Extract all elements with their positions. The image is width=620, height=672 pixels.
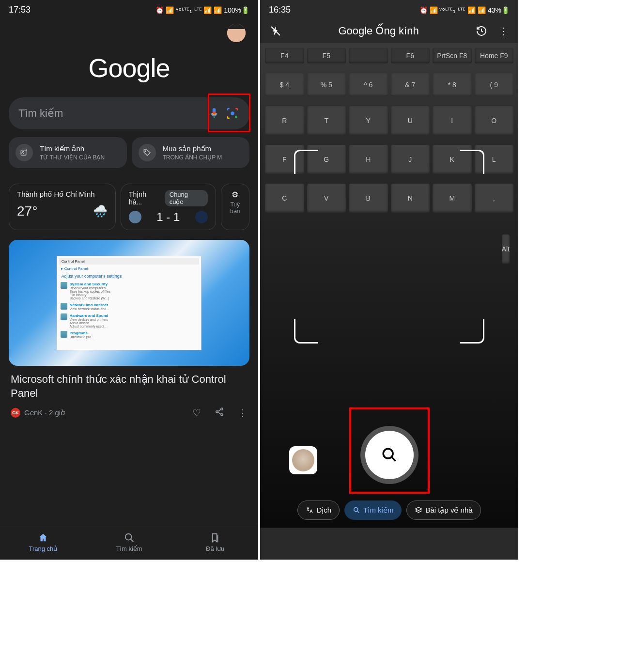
- news-card[interactable]: Control Panel ▸ Control Panel Adjust you…: [9, 240, 249, 421]
- search-bar[interactable]: Tìm kiếm: [9, 97, 249, 129]
- status-bar: 16:35 ⏰ 📶 ᵛᵒᴸᵀᴱ₁ ᴸᵀᴱ 📶 📶 43%🔋: [260, 0, 518, 19]
- viewfinder-corner: [294, 319, 318, 344]
- search-icon: [353, 506, 360, 514]
- bookmark-icon: [210, 532, 220, 543]
- viewfinder-corner: [460, 150, 484, 174]
- weather-card[interactable]: Thành phố Hồ Chí Minh 27° 🌧️: [9, 184, 116, 230]
- tag-icon: [139, 144, 156, 161]
- mode-homework[interactable]: Bài tập về nhà: [406, 500, 480, 520]
- sports-card[interactable]: Thịnh hà... Chung cuộc 1 - 1: [121, 184, 216, 230]
- profile-avatar[interactable]: [226, 23, 247, 43]
- keyboard-zxcv-row: CVBNM,: [260, 179, 518, 218]
- news-meta: GenK · 2 giờ: [24, 408, 188, 417]
- status-time: 16:35: [269, 5, 291, 15]
- lens-title: Google Google Ống kínhỐng kính: [338, 25, 418, 37]
- search-icon: [124, 532, 135, 543]
- svg-point-10: [354, 508, 358, 512]
- customize-card[interactable]: ⚙ Tuỳ bạn: [221, 184, 249, 230]
- google-logo: Google: [88, 53, 170, 82]
- gear-icon: ⚙: [229, 190, 241, 199]
- keyboard-num-row: $ 4% 5^ 6& 7* 8( 9: [260, 68, 518, 101]
- nav-home[interactable]: Trang chủ: [0, 525, 86, 560]
- share-icon[interactable]: [215, 407, 224, 419]
- more-icon[interactable]: ⋮: [238, 407, 248, 419]
- search-placeholder: Tìm kiếm: [18, 107, 203, 120]
- status-indicators: ⏰ 📶 ᵛᵒᴸᵀᴱ₁ ᴸᵀᴱ 📶 📶 43%🔋: [419, 6, 510, 14]
- team-badge-right: [195, 211, 208, 223]
- weather-city: Thành phố Hồ Chí Minh: [17, 190, 108, 199]
- sport-score: 1 - 1: [156, 210, 180, 224]
- quick-shop-products[interactable]: Mua sản phẩm TRONG ẢNH CHỤP M: [132, 137, 250, 168]
- mode-search[interactable]: Tìm kiếm: [344, 500, 402, 520]
- weather-rain-icon: 🌧️: [93, 204, 108, 218]
- flash-off-icon[interactable]: [270, 25, 281, 37]
- nav-search[interactable]: Tìm kiếm: [86, 525, 172, 560]
- google-lens-icon[interactable]: [225, 106, 240, 121]
- history-icon[interactable]: [476, 25, 487, 37]
- sport-label: Thịnh hà...: [129, 190, 161, 206]
- quick-search-images[interactable]: Tìm kiếm ảnh TỪ THƯ VIỆN CỦA BẠN: [9, 137, 127, 168]
- camera-viewfinder: F4F5F6PrtScn F8Home F9 $ 4% 5^ 6& 7* 8( …: [260, 43, 518, 528]
- home-icon: [38, 532, 48, 543]
- more-icon[interactable]: ⋮: [499, 25, 509, 37]
- news-image: Control Panel ▸ Control Panel Adjust you…: [9, 240, 249, 366]
- svg-point-0: [235, 116, 237, 118]
- alt-key: Alt: [502, 234, 510, 264]
- bottom-nav: Trang chủ Tìm kiếm Đã lưu: [0, 525, 258, 560]
- viewfinder-corner: [294, 150, 318, 174]
- svg-point-3: [23, 151, 24, 152]
- svg-point-8: [125, 534, 131, 540]
- quick-sub: TRONG ẢNH CHỤP M: [163, 154, 222, 161]
- quick-title: Mua sản phẩm: [163, 144, 222, 153]
- status-bar: 17:53 ⏰ 📶 ᵛᵒᴸᵀᴱ₁ ᴸᵀᴱ 📶 📶 100%🔋: [0, 0, 258, 19]
- weather-temp: 27°: [17, 203, 37, 219]
- microphone-icon[interactable]: [208, 107, 220, 120]
- homework-icon: [415, 506, 422, 514]
- google-lens-screen: 16:35 ⏰ 📶 ᵛᵒᴸᵀᴱ₁ ᴸᵀᴱ 📶 📶 43%🔋 Google Goo…: [260, 0, 518, 560]
- image-plus-icon: [16, 144, 33, 161]
- svg-point-4: [145, 151, 146, 152]
- svg-point-1: [231, 111, 234, 115]
- highlight-shutter: [349, 407, 430, 494]
- keyboard-qwerty-row: RTYUIO: [260, 101, 518, 140]
- nav-saved[interactable]: Đã lưu: [172, 525, 258, 560]
- customize-label: Tuỳ bạn: [229, 201, 241, 215]
- news-headline: Microsoft chính thức xác nhận khai tử Co…: [9, 366, 249, 405]
- translate-icon: [306, 506, 313, 514]
- viewfinder-corner: [460, 319, 484, 344]
- heart-icon[interactable]: ♡: [192, 407, 201, 419]
- quick-title: Tìm kiếm ảnh: [40, 144, 105, 153]
- keyboard-fn-row: F4F5F6PrtScn F8Home F9: [260, 43, 518, 68]
- mode-translate[interactable]: Dịch: [297, 500, 340, 520]
- quick-sub: TỪ THƯ VIỆN CỦA BẠN: [40, 154, 105, 161]
- sport-stage: Chung cuộc: [165, 190, 208, 206]
- source-badge: GK: [11, 408, 20, 418]
- status-time: 17:53: [9, 5, 31, 15]
- google-app-screen: 17:53 ⏰ 📶 ᵛᵒᴸᵀᴱ₁ ᴸᵀᴱ 📶 📶 100%🔋 Google Tì…: [0, 0, 258, 560]
- lens-mode-row: Dịch Tìm kiếm Bài tập về nhà: [260, 500, 518, 520]
- team-badge-left: [129, 211, 141, 223]
- status-indicators: ⏰ 📶 ᵛᵒᴸᵀᴱ₁ ᴸᵀᴱ 📶 📶 100%🔋: [155, 6, 249, 14]
